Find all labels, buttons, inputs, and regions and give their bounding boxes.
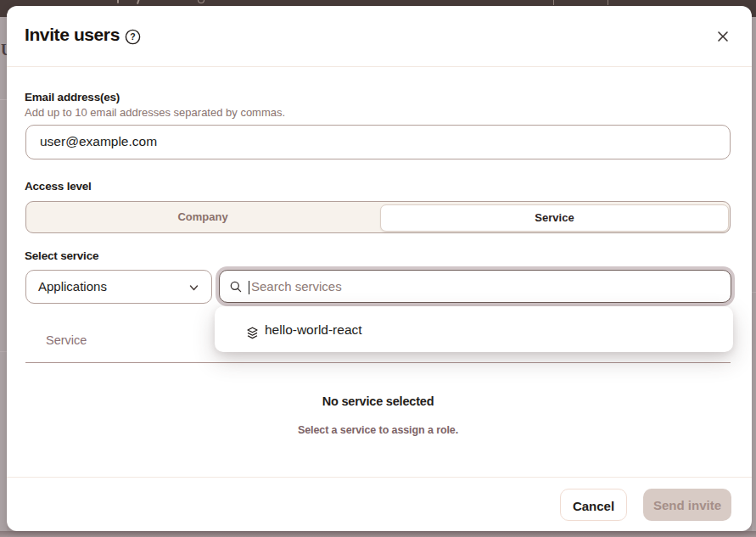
svg-text:?: ? xyxy=(130,31,135,42)
